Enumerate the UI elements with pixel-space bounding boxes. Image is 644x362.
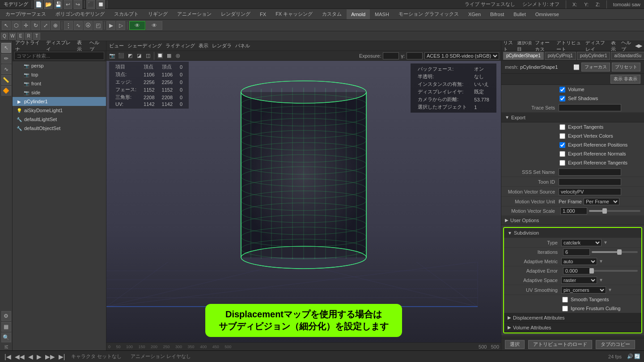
tab-custom[interactable]: カスタム <box>318 9 346 19</box>
outliner-menu-help[interactable]: ヘルプ <box>89 39 103 53</box>
subdiv-iterations-input[interactable]: 6 <box>563 248 590 256</box>
motion-vec-scale-input[interactable]: 1.000 <box>560 207 587 215</box>
tab-curves[interactable]: カーブ/サーフェス <box>1 9 51 19</box>
tab-motion-graphics[interactable]: モーション グラフィックス <box>394 9 463 19</box>
copy-tab-btn[interactable]: タブのコピー <box>596 340 635 349</box>
transform-icon[interactable]: ⊕ <box>51 21 60 30</box>
vp-icon-7[interactable]: ▦ <box>165 52 173 60</box>
exposure-input[interactable]: 0.00 <box>383 52 399 59</box>
attr-tab-proj[interactable]: polyCylProj1 <box>545 52 576 60</box>
tab-sculpt[interactable]: スカルプト <box>110 9 143 19</box>
export-section-header[interactable]: ▼ Export <box>501 113 644 122</box>
outliner-item-objectset[interactable]: 🔧 defaultObjectSet <box>13 124 106 133</box>
viewport[interactable]: ビュー シェーディング ライティング 表示 レンダラ パネル 📷 ⬛ ◩ ◪ ◫… <box>106 41 501 350</box>
move-icon[interactable]: ✛ <box>21 21 30 30</box>
vp-menu-show[interactable]: 表示 <box>199 42 208 49</box>
timeline-back-btn[interactable]: ◀ <box>27 353 34 360</box>
subdiv-adaptive-error-input[interactable]: 0.000 <box>563 267 590 274</box>
tab-animation[interactable]: アニメーション <box>173 9 216 19</box>
subdiv-iterations-track[interactable] <box>592 251 638 253</box>
vp-icon-3[interactable]: ◩ <box>126 52 134 60</box>
vp-icon-4[interactable]: ◪ <box>135 52 143 60</box>
ignore-frustum-checkbox[interactable] <box>562 306 568 311</box>
snap-point-icon[interactable]: ⦿ <box>84 21 93 30</box>
snap-curve-icon[interactable]: ∿ <box>74 21 83 30</box>
vp-icon-1[interactable]: 📷 <box>108 52 116 60</box>
tab-bifrost[interactable]: Bifrost <box>486 9 508 19</box>
outliner-item-persp[interactable]: 📷 persp <box>13 61 106 70</box>
attr-tab-cylinder[interactable]: polyCylinder1 <box>577 52 610 60</box>
render-btn[interactable]: ▦ <box>1 322 11 332</box>
tool-w[interactable]: W <box>9 33 16 40</box>
subdiv-iterations-thumb[interactable] <box>617 249 622 255</box>
vp-icon-8[interactable]: ◎ <box>174 52 182 60</box>
new-file-icon[interactable]: 📄 <box>34 0 43 9</box>
vp-menu-lighting[interactable]: ライティング <box>165 42 195 49</box>
tab-omniverse[interactable]: Omniverse <box>531 9 564 19</box>
export-ref-tangents-checkbox[interactable] <box>559 160 565 166</box>
select-mode-btn[interactable]: ↖ <box>1 43 11 53</box>
outliner-item-front[interactable]: 📷 front <box>13 79 106 88</box>
tool-q[interactable]: Q <box>1 33 8 40</box>
rotate-icon[interactable]: ↻ <box>31 21 40 30</box>
loop-icon[interactable]: 🔄 <box>634 354 640 359</box>
expand-icon[interactable]: ⬜ <box>573 64 580 70</box>
gamma-input[interactable]: 1.00 <box>407 52 423 59</box>
attr-tab-shape[interactable]: pCylinderShape1 <box>503 52 544 60</box>
tool-r[interactable]: R <box>25 33 32 40</box>
scale-icon[interactable]: ⤢ <box>41 21 50 30</box>
trace-sets-input[interactable] <box>559 104 621 111</box>
motion-vec-source-input[interactable] <box>559 188 621 195</box>
sss-set-name-input[interactable] <box>559 168 621 176</box>
sound-icon[interactable]: 🔊 <box>627 354 633 359</box>
export-vertex-colors-checkbox[interactable] <box>559 133 565 139</box>
tab-rendering[interactable]: レンダリング <box>216 9 255 19</box>
attr-tab-standard[interactable]: aiStandardSu <box>611 52 644 60</box>
render-icon[interactable]: ▶ <box>106 21 115 30</box>
vp-icon-5[interactable]: ◫ <box>144 52 152 60</box>
subdiv-adaptive-error-track[interactable] <box>592 270 638 272</box>
tab-bullet[interactable]: Bullet <box>509 9 530 19</box>
load-attrs-btn[interactable]: アトリビュートのロード <box>528 340 592 349</box>
toon-id-input[interactable] <box>559 178 621 185</box>
render2-icon[interactable]: ▷ <box>116 21 125 30</box>
self-shadows-checkbox[interactable] <box>559 96 565 101</box>
select-tool-icon[interactable]: ↖ <box>2 21 11 30</box>
display-btn[interactable]: ⚙ <box>1 311 11 321</box>
subdiv-uv-smoothing-select[interactable]: pin_corners <box>561 286 606 294</box>
vp-icon-2[interactable]: ⬛ <box>117 52 125 60</box>
volume-checkbox[interactable] <box>559 87 565 93</box>
subdivision-header[interactable]: ▼ Subdivision <box>504 228 641 238</box>
tab-mash[interactable]: MASH <box>370 9 394 19</box>
subdiv-type-select[interactable]: catclark <box>561 239 602 246</box>
outliner-menu-display[interactable]: ディスプレイ <box>46 39 73 53</box>
motion-vec-scale-thumb[interactable] <box>602 208 607 214</box>
outliner-item-lightset[interactable]: 🔧 defaultLightSet <box>13 115 106 124</box>
select-icon[interactable]: ⬛ <box>86 0 95 9</box>
export-tangents-checkbox[interactable] <box>559 124 565 130</box>
user-options-header[interactable]: ▶ User Options <box>501 215 644 225</box>
show2-icon[interactable]: 👁 <box>146 21 162 30</box>
motion-vec-scale-track[interactable] <box>589 210 640 212</box>
vp-menu-panel[interactable]: パネル <box>235 42 250 49</box>
vp-icon-6[interactable]: 🔲 <box>156 52 164 60</box>
outliner-item-top[interactable]: 📷 top <box>13 70 106 79</box>
undo-icon[interactable]: ↩ <box>64 0 72 9</box>
tool-e[interactable]: E <box>17 33 24 40</box>
focus-button[interactable]: フォーカス <box>581 63 610 72</box>
save-icon[interactable]: 💾 <box>54 0 63 9</box>
volume-attrs-header[interactable]: ▶ Volume Attributes <box>504 323 641 333</box>
open-icon[interactable]: 📂 <box>44 0 53 9</box>
tab-fx[interactable]: FX <box>255 9 271 19</box>
displacement-attrs-header[interactable]: ▶ Displacement Attributes <box>504 313 641 323</box>
export-ref-positions-checkbox[interactable] <box>559 142 565 148</box>
outliner-menu-view[interactable]: 表示 <box>77 39 86 53</box>
outliner-item-pcylinder1[interactable]: ▶ pCylinder1 <box>13 97 106 106</box>
timeline-end-btn[interactable]: ▶| <box>58 353 66 360</box>
preset-button[interactable]: プリセット <box>612 63 640 72</box>
outliner-item-side[interactable]: 📷 side <box>13 88 106 97</box>
subdiv-adaptive-space-select[interactable]: raster <box>561 277 597 284</box>
subdiv-adaptive-error-thumb[interactable] <box>589 268 594 274</box>
measure-btn[interactable]: 📏 <box>1 75 11 85</box>
timeline-start-btn[interactable]: |◀ <box>4 353 12 360</box>
